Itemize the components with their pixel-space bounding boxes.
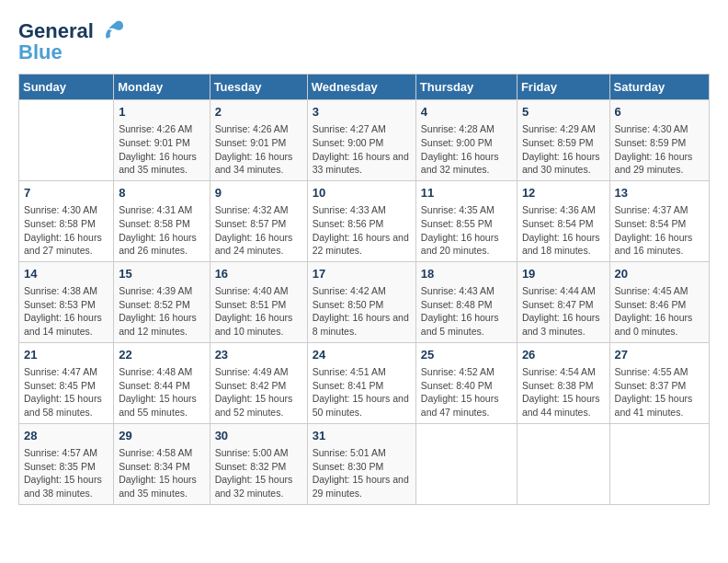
calendar-cell: 16Sunrise: 4:40 AM Sunset: 8:51 PM Dayli… bbox=[210, 261, 307, 342]
calendar-cell: 17Sunrise: 4:42 AM Sunset: 8:50 PM Dayli… bbox=[307, 261, 415, 342]
calendar-cell: 11Sunrise: 4:35 AM Sunset: 8:55 PM Dayli… bbox=[415, 180, 517, 261]
day-info: Sunrise: 4:49 AM Sunset: 8:42 PM Dayligh… bbox=[215, 365, 302, 419]
day-number: 7 bbox=[24, 185, 108, 201]
day-info: Sunrise: 4:26 AM Sunset: 9:01 PM Dayligh… bbox=[119, 122, 204, 177]
weekday-header-thursday: Thursday bbox=[415, 75, 517, 100]
calendar-cell: 22Sunrise: 4:48 AM Sunset: 8:44 PM Dayli… bbox=[114, 342, 210, 423]
calendar-cell: 5Sunrise: 4:29 AM Sunset: 8:59 PM Daylig… bbox=[517, 100, 609, 181]
calendar-cell bbox=[19, 100, 114, 181]
day-number: 31 bbox=[313, 428, 411, 444]
calendar-table: SundayMondayTuesdayWednesdayThursdayFrid… bbox=[18, 74, 710, 505]
day-info: Sunrise: 4:39 AM Sunset: 8:52 PM Dayligh… bbox=[119, 284, 204, 339]
day-number: 12 bbox=[522, 185, 605, 201]
day-info: Sunrise: 4:52 AM Sunset: 8:40 PM Dayligh… bbox=[421, 365, 512, 419]
calendar-cell: 30Sunrise: 5:00 AM Sunset: 8:32 PM Dayli… bbox=[210, 423, 307, 504]
day-info: Sunrise: 4:58 AM Sunset: 8:34 PM Dayligh… bbox=[119, 446, 204, 500]
day-number: 5 bbox=[522, 104, 605, 121]
calendar-cell: 14Sunrise: 4:38 AM Sunset: 8:53 PM Dayli… bbox=[19, 261, 114, 342]
day-number: 26 bbox=[522, 347, 605, 363]
logo: General Blue bbox=[18, 18, 125, 64]
calendar-cell: 26Sunrise: 4:54 AM Sunset: 8:38 PM Dayli… bbox=[517, 342, 609, 423]
day-number: 23 bbox=[215, 347, 302, 363]
calendar-cell: 7Sunrise: 4:30 AM Sunset: 8:58 PM Daylig… bbox=[19, 180, 114, 261]
day-info: Sunrise: 5:00 AM Sunset: 8:32 PM Dayligh… bbox=[215, 446, 302, 500]
weekday-header-sunday: Sunday bbox=[19, 75, 114, 100]
logo-bird-icon bbox=[97, 18, 125, 44]
day-number: 15 bbox=[119, 266, 204, 282]
calendar-cell: 23Sunrise: 4:49 AM Sunset: 8:42 PM Dayli… bbox=[210, 342, 307, 423]
day-number: 11 bbox=[421, 185, 512, 201]
weekday-header-tuesday: Tuesday bbox=[210, 75, 307, 100]
day-info: Sunrise: 4:26 AM Sunset: 9:01 PM Dayligh… bbox=[215, 122, 302, 177]
day-info: Sunrise: 4:54 AM Sunset: 8:38 PM Dayligh… bbox=[522, 365, 605, 419]
calendar-week-row: 21Sunrise: 4:47 AM Sunset: 8:45 PM Dayli… bbox=[19, 342, 710, 423]
calendar-cell: 6Sunrise: 4:30 AM Sunset: 8:59 PM Daylig… bbox=[609, 100, 709, 181]
day-number: 14 bbox=[24, 266, 108, 282]
day-info: Sunrise: 4:29 AM Sunset: 8:59 PM Dayligh… bbox=[522, 122, 605, 177]
calendar-cell: 19Sunrise: 4:44 AM Sunset: 8:47 PM Dayli… bbox=[517, 261, 609, 342]
day-info: Sunrise: 4:30 AM Sunset: 8:59 PM Dayligh… bbox=[615, 122, 704, 177]
day-info: Sunrise: 4:28 AM Sunset: 9:00 PM Dayligh… bbox=[421, 122, 512, 177]
day-number: 17 bbox=[313, 266, 411, 282]
calendar-cell: 9Sunrise: 4:32 AM Sunset: 8:57 PM Daylig… bbox=[210, 180, 307, 261]
day-number: 3 bbox=[313, 104, 411, 121]
day-number: 25 bbox=[421, 347, 512, 363]
calendar-cell: 24Sunrise: 4:51 AM Sunset: 8:41 PM Dayli… bbox=[307, 342, 415, 423]
day-info: Sunrise: 4:48 AM Sunset: 8:44 PM Dayligh… bbox=[119, 365, 204, 419]
calendar-cell: 8Sunrise: 4:31 AM Sunset: 8:58 PM Daylig… bbox=[114, 180, 210, 261]
calendar-week-row: 1Sunrise: 4:26 AM Sunset: 9:01 PM Daylig… bbox=[19, 100, 710, 181]
day-info: Sunrise: 4:33 AM Sunset: 8:56 PM Dayligh… bbox=[313, 203, 411, 258]
day-number: 6 bbox=[615, 104, 704, 121]
day-number: 4 bbox=[421, 104, 512, 121]
day-number: 8 bbox=[119, 185, 204, 201]
day-number: 27 bbox=[615, 347, 704, 363]
calendar-week-row: 7Sunrise: 4:30 AM Sunset: 8:58 PM Daylig… bbox=[19, 180, 710, 261]
calendar-cell bbox=[609, 423, 709, 504]
calendar-cell bbox=[517, 423, 609, 504]
day-number: 30 bbox=[215, 428, 302, 444]
day-number: 9 bbox=[215, 185, 302, 201]
day-number: 10 bbox=[313, 185, 411, 201]
day-number: 1 bbox=[119, 104, 204, 121]
day-info: Sunrise: 4:32 AM Sunset: 8:57 PM Dayligh… bbox=[215, 203, 302, 258]
weekday-header-friday: Friday bbox=[517, 75, 609, 100]
calendar-cell: 31Sunrise: 5:01 AM Sunset: 8:30 PM Dayli… bbox=[307, 423, 415, 504]
calendar-cell: 13Sunrise: 4:37 AM Sunset: 8:54 PM Dayli… bbox=[609, 180, 709, 261]
calendar-cell: 10Sunrise: 4:33 AM Sunset: 8:56 PM Dayli… bbox=[307, 180, 415, 261]
day-info: Sunrise: 4:45 AM Sunset: 8:46 PM Dayligh… bbox=[615, 284, 704, 339]
calendar-cell: 15Sunrise: 4:39 AM Sunset: 8:52 PM Dayli… bbox=[114, 261, 210, 342]
calendar-week-row: 14Sunrise: 4:38 AM Sunset: 8:53 PM Dayli… bbox=[19, 261, 710, 342]
day-info: Sunrise: 4:38 AM Sunset: 8:53 PM Dayligh… bbox=[24, 284, 108, 339]
weekday-header-saturday: Saturday bbox=[609, 75, 709, 100]
day-number: 16 bbox=[215, 266, 302, 282]
calendar-cell: 12Sunrise: 4:36 AM Sunset: 8:54 PM Dayli… bbox=[517, 180, 609, 261]
day-number: 22 bbox=[119, 347, 204, 363]
calendar-cell: 18Sunrise: 4:43 AM Sunset: 8:48 PM Dayli… bbox=[415, 261, 517, 342]
calendar-cell: 2Sunrise: 4:26 AM Sunset: 9:01 PM Daylig… bbox=[210, 100, 307, 181]
day-number: 28 bbox=[24, 428, 108, 444]
calendar-header-row: SundayMondayTuesdayWednesdayThursdayFrid… bbox=[19, 75, 710, 100]
day-info: Sunrise: 4:27 AM Sunset: 9:00 PM Dayligh… bbox=[313, 122, 411, 177]
day-info: Sunrise: 4:31 AM Sunset: 8:58 PM Dayligh… bbox=[119, 203, 204, 258]
calendar-cell: 1Sunrise: 4:26 AM Sunset: 9:01 PM Daylig… bbox=[114, 100, 210, 181]
day-number: 2 bbox=[215, 104, 302, 121]
day-info: Sunrise: 4:57 AM Sunset: 8:35 PM Dayligh… bbox=[24, 446, 108, 500]
calendar-cell: 29Sunrise: 4:58 AM Sunset: 8:34 PM Dayli… bbox=[114, 423, 210, 504]
day-info: Sunrise: 4:40 AM Sunset: 8:51 PM Dayligh… bbox=[215, 284, 302, 339]
day-info: Sunrise: 4:42 AM Sunset: 8:50 PM Dayligh… bbox=[313, 284, 411, 339]
day-info: Sunrise: 4:36 AM Sunset: 8:54 PM Dayligh… bbox=[522, 203, 605, 258]
logo-blue-text: Blue bbox=[18, 40, 63, 64]
day-number: 20 bbox=[615, 266, 704, 282]
calendar-cell bbox=[415, 423, 517, 504]
calendar-cell: 28Sunrise: 4:57 AM Sunset: 8:35 PM Dayli… bbox=[19, 423, 114, 504]
day-number: 29 bbox=[119, 428, 204, 444]
calendar-cell: 21Sunrise: 4:47 AM Sunset: 8:45 PM Dayli… bbox=[19, 342, 114, 423]
day-info: Sunrise: 4:37 AM Sunset: 8:54 PM Dayligh… bbox=[615, 203, 704, 258]
calendar-cell: 20Sunrise: 4:45 AM Sunset: 8:46 PM Dayli… bbox=[609, 261, 709, 342]
calendar-cell: 3Sunrise: 4:27 AM Sunset: 9:00 PM Daylig… bbox=[307, 100, 415, 181]
day-info: Sunrise: 4:44 AM Sunset: 8:47 PM Dayligh… bbox=[522, 284, 605, 339]
day-number: 24 bbox=[313, 347, 411, 363]
calendar-cell: 25Sunrise: 4:52 AM Sunset: 8:40 PM Dayli… bbox=[415, 342, 517, 423]
calendar-week-row: 28Sunrise: 4:57 AM Sunset: 8:35 PM Dayli… bbox=[19, 423, 710, 504]
day-info: Sunrise: 4:51 AM Sunset: 8:41 PM Dayligh… bbox=[313, 365, 411, 419]
